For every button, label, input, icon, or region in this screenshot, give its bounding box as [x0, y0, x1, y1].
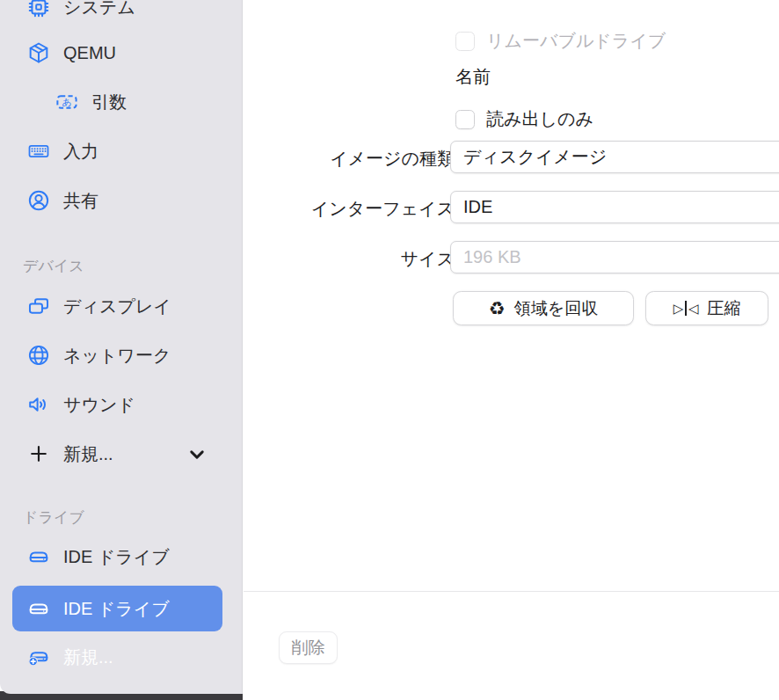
compress-icon: ▷◁: [673, 301, 699, 317]
size-input[interactable]: 196 KB: [450, 241, 779, 273]
image-type-label: イメージの種類: [261, 147, 455, 171]
speaker-wave-icon: [26, 392, 51, 417]
sidebar-section-devices: デバイス: [23, 256, 84, 276]
removable-drive-label: リムーバブルドライブ: [486, 29, 666, 53]
removable-drive-checkbox-row: リムーバブルドライブ: [455, 29, 666, 53]
sidebar-item-label: 入力: [63, 140, 98, 164]
sidebar-item-label: 共有: [63, 189, 98, 213]
globe-icon: [26, 343, 51, 368]
sidebar-item-label: IDE ドライブ: [63, 545, 170, 569]
sidebar-item-label: ネットワーク: [63, 344, 171, 368]
readonly-checkbox[interactable]: [455, 110, 475, 129]
internal-drive-icon: [26, 596, 51, 621]
sidebar-item-input[interactable]: 入力: [26, 136, 98, 166]
interface-label: インターフェイス: [261, 197, 455, 221]
sidebar-item-display[interactable]: ディスプレイ: [26, 291, 171, 321]
sidebar-item-new-device[interactable]: 新規...: [26, 439, 113, 469]
drive-plus-icon: [26, 645, 51, 669]
compress-label: 圧縮: [707, 297, 740, 320]
sidebar-item-label: システム: [63, 0, 135, 19]
sidebar-item-ide-drive-1[interactable]: IDE ドライブ: [26, 542, 170, 572]
plus-icon: [26, 441, 51, 466]
sidebar-section-drives: ドライブ: [23, 507, 84, 528]
reclaim-space-label: 領域を回収: [514, 297, 598, 320]
readonly-label: 読み出しのみ: [486, 107, 593, 131]
sidebar-item-arguments[interactable]: あ 引数: [55, 87, 127, 117]
sidebar-item-label: ディスプレイ: [63, 295, 171, 318]
reclaim-space-button[interactable]: ♻ 領域を回収: [453, 291, 634, 325]
sidebar-item-label: サウンド: [63, 393, 135, 417]
image-type-select[interactable]: ディスクイメージ: [450, 141, 779, 173]
sidebar-item-label: 引数: [91, 91, 127, 114]
settings-sidebar: システム QEMU あ 引数: [0, 0, 243, 694]
display-mirroring-icon: [26, 294, 51, 318]
sidebar-item-label: QEMU: [63, 43, 116, 63]
sidebar-item-label: 新規...: [63, 442, 113, 466]
delete-button[interactable]: 削除: [279, 631, 338, 664]
sidebar-item-sound[interactable]: サウンド: [26, 390, 135, 419]
sidebar-item-network[interactable]: ネットワーク: [26, 340, 171, 370]
removable-drive-checkbox: [455, 32, 475, 51]
drive-settings-panel: リムーバブルドライブ 名前 読み出しのみ イメージの種類 ディスクイメージ イン…: [244, 0, 779, 700]
sidebar-item-new-drive[interactable]: 新規...: [26, 642, 113, 672]
chevron-down-icon[interactable]: [188, 447, 206, 463]
recycle-icon: ♻: [489, 299, 506, 317]
package-box-icon: [26, 40, 51, 65]
utm-settings-window: システム QEMU あ 引数: [0, 0, 779, 700]
keyboard-icon: [26, 139, 51, 164]
name-label: 名前: [455, 65, 491, 89]
cpu-icon: [26, 0, 51, 19]
interface-select[interactable]: IDE: [450, 191, 779, 223]
sidebar-item-sharing[interactable]: 共有: [26, 186, 98, 215]
sidebar-item-label: IDE ドライブ: [63, 597, 170, 621]
footer-divider: [244, 591, 779, 592]
internal-drive-icon: [26, 544, 51, 569]
svg-text:あ: あ: [62, 97, 71, 107]
sidebar-item-system[interactable]: システム: [26, 0, 135, 22]
readonly-checkbox-row[interactable]: 読み出しのみ: [455, 107, 593, 131]
size-label: サイズ: [261, 247, 455, 271]
sidebar-item-label: 新規...: [63, 645, 113, 669]
character-textbox-icon: あ: [55, 90, 79, 114]
sidebar-item-ide-drive-2-selected[interactable]: IDE ドライブ: [12, 586, 222, 631]
compress-button[interactable]: ▷◁ 圧縮: [645, 291, 768, 325]
person-circle-icon: [26, 188, 51, 213]
sidebar-item-qemu[interactable]: QEMU: [26, 38, 116, 68]
